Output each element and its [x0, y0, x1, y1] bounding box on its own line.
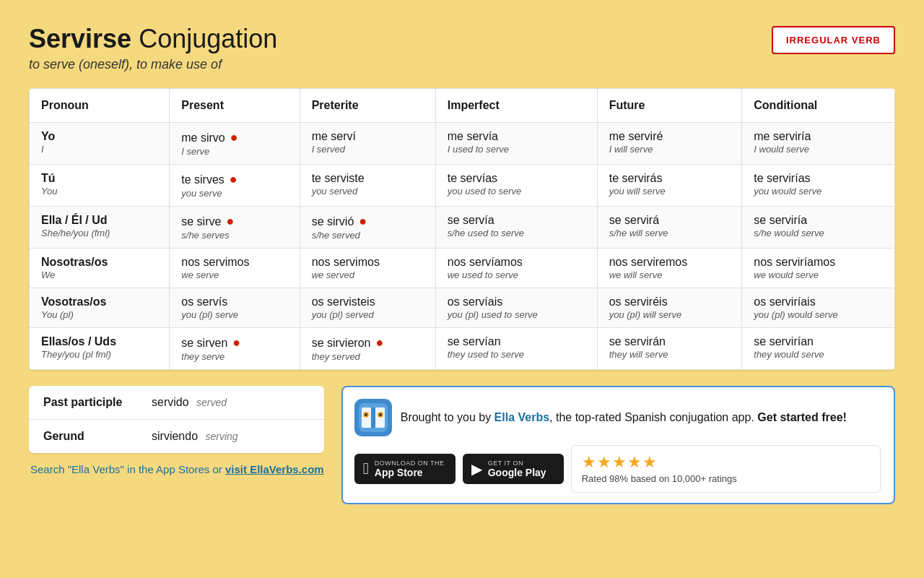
verb-cell: se sirven ●they serve: [170, 328, 300, 370]
verb-cell: os servíaisyou (pl) used to serve: [435, 288, 597, 328]
svg-point-8: [379, 413, 382, 416]
verb-cell: se servirás/he will serve: [597, 207, 742, 249]
svg-rect-3: [375, 407, 385, 428]
pronoun-main: Ellas/os / Uds: [41, 335, 157, 348]
verb-cell: se serviránthey will serve: [597, 328, 742, 370]
participle-section: Past participle servido served Gerund si…: [29, 386, 324, 475]
verb-translation: they serve: [181, 351, 287, 362]
verb-translation: s/he would serve: [754, 228, 883, 238]
table-row: Ellas/os / UdsThey/you (pl fml)se sirven…: [30, 328, 895, 370]
app-store-button[interactable]:  Download on the App Store: [354, 454, 456, 484]
verb-cell: os serviríaisyou (pl) would serve: [742, 288, 895, 328]
verb-form: se servirían: [754, 335, 883, 348]
verb-form: me serviría: [754, 130, 883, 143]
verb-cell: se serviríanthey would serve: [742, 328, 895, 370]
verb-translation: I served: [312, 144, 424, 155]
verb-cell: se servíanthey used to serve: [435, 328, 597, 370]
pronoun-cell: TúYou: [30, 165, 170, 207]
google-play-button[interactable]: ▶ GET IT ON Google Play: [463, 454, 564, 484]
verb-form: os servisteis: [312, 296, 424, 309]
verb-translation: we serve: [181, 269, 287, 280]
verb-form: me serviré: [609, 130, 731, 143]
verb-cell: os serviréisyou (pl) will serve: [597, 288, 742, 328]
pronoun-main: Nosotras/os: [41, 256, 157, 269]
pronoun-cell: Nosotras/osWe: [30, 249, 170, 288]
verb-cell: te servíasyou used to serve: [435, 165, 597, 207]
verb-form: se sirven ●: [181, 335, 287, 350]
promo-box: Brought to you by Ella Verbs, the top-ra…: [341, 386, 895, 504]
page-subtitle: to serve (oneself), to make use of: [29, 57, 277, 72]
verb-translation: you will serve: [609, 186, 731, 197]
table-row: Vosotras/osYou (pl)os servísyou (pl) ser…: [30, 288, 895, 328]
verb-translation: we would serve: [754, 269, 883, 280]
verb-form: nos serviríamos: [754, 256, 883, 269]
verb-cell: os servisteisyou (pl) served: [300, 288, 435, 328]
verb-cell: te sirves ●you serve: [170, 165, 300, 207]
verb-translation: they would serve: [754, 349, 883, 360]
gerund-value: sirviendo serving: [152, 430, 238, 443]
ella-verbs-link[interactable]: visit EllaVerbs.com: [225, 463, 324, 475]
verb-form: te servirás: [609, 172, 731, 185]
verb-form: te servías: [448, 172, 585, 185]
verb-translation: you (pl) used to serve: [448, 309, 585, 320]
verb-form: os servís: [181, 296, 287, 309]
verb-translation: s/he used to serve: [448, 228, 585, 238]
col-imperfect: Imperfect: [435, 89, 597, 123]
verb-translation: you used to serve: [448, 186, 585, 197]
pronoun-main: Ella / Él / Ud: [41, 214, 157, 227]
conjugation-table: Pronoun Present Preterite Imperfect Futu…: [29, 88, 895, 370]
google-play-icon: ▶: [471, 460, 482, 478]
col-conditional: Conditional: [742, 89, 895, 123]
svg-rect-4: [371, 407, 375, 428]
pronoun-sub: She/he/you (fml): [41, 228, 157, 238]
verb-form: os serviréis: [609, 296, 731, 309]
verb-cell: te servirásyou will serve: [597, 165, 742, 207]
app-store-small-label: Download on the: [375, 460, 445, 467]
pronoun-sub: They/you (pl fml): [41, 349, 157, 360]
verb-form: se servirán: [609, 335, 731, 348]
irregular-dot: ●: [355, 214, 367, 228]
pronoun-cell: Ella / Él / UdShe/he/you (fml): [30, 207, 170, 249]
verb-cell: nos serviríamoswe would serve: [742, 249, 895, 288]
verb-cell: me sirvo ●I serve: [170, 123, 300, 165]
verb-translation: they used to serve: [448, 349, 585, 360]
verb-translation: you serve: [181, 188, 287, 199]
table-row: Nosotras/osWenos servimoswe servenos ser…: [30, 249, 895, 288]
verb-translation: we will serve: [609, 269, 731, 280]
verb-form: se servía: [448, 214, 585, 227]
irregular-dot: ●: [226, 172, 237, 186]
verb-translation: you would serve: [754, 186, 883, 197]
verb-cell: se sirvió ●s/he served: [300, 207, 435, 249]
verb-translation: s/he served: [312, 230, 424, 241]
promo-bottom:  Download on the App Store ▶ GET IT ON …: [354, 445, 881, 493]
participle-box: Past participle servido served Gerund si…: [29, 386, 324, 453]
star-rating: ★★★★★: [582, 453, 870, 472]
verb-cell: me serviríaI would serve: [742, 123, 895, 165]
verb-translation: you served: [312, 186, 424, 197]
past-participle-translation: served: [196, 397, 227, 408]
verb-translation: you (pl) served: [312, 309, 424, 320]
search-line: Search "Ella Verbs" in the App Stores or…: [29, 463, 324, 475]
col-present: Present: [170, 89, 300, 123]
page-header: Servirse Conjugation to serve (oneself),…: [29, 23, 895, 72]
verb-translation: s/he will serve: [609, 228, 731, 238]
verb-translation: I used to serve: [448, 144, 585, 155]
col-pronoun: Pronoun: [30, 89, 170, 123]
pronoun-cell: Vosotras/osYou (pl): [30, 288, 170, 328]
verb-cell: me serviréI will serve: [597, 123, 742, 165]
past-participle-row: Past participle servido served: [29, 386, 324, 420]
verb-form: me serví: [312, 130, 424, 143]
verb-cell: nos servimoswe serve: [170, 249, 300, 288]
col-future: Future: [597, 89, 742, 123]
table-header-row: Pronoun Present Preterite Imperfect Futu…: [30, 89, 895, 123]
verb-form: me servía: [448, 130, 585, 143]
irregular-dot: ●: [229, 335, 240, 350]
google-play-small-label: GET IT ON: [488, 460, 546, 467]
pronoun-cell: YoI: [30, 123, 170, 165]
svg-point-7: [365, 413, 367, 416]
verb-cell: nos serviremoswe will serve: [597, 249, 742, 288]
pronoun-cell: Ellas/os / UdsThey/you (pl fml): [30, 328, 170, 370]
verb-cell: os servísyou (pl) serve: [170, 288, 300, 328]
ella-verbs-brand-link[interactable]: Ella Verbs: [494, 411, 550, 423]
verb-form: se sirve ●: [181, 214, 287, 229]
